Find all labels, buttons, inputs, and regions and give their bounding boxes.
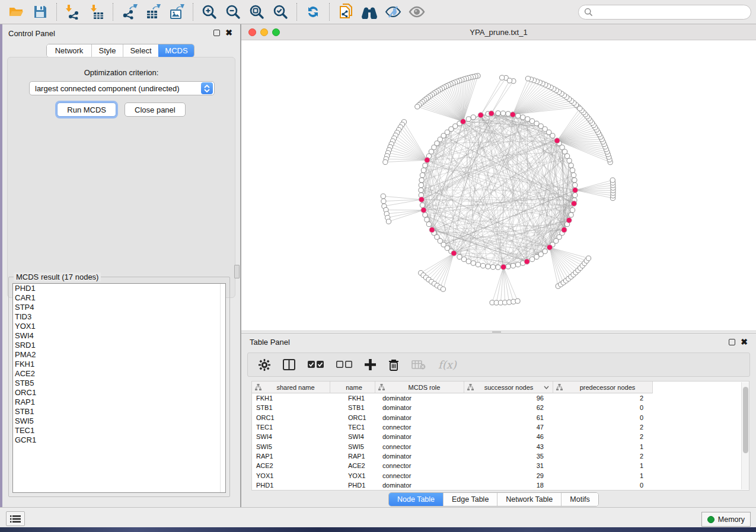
open-session-button[interactable] — [5, 2, 28, 22]
tab-node-table[interactable]: Node Table — [389, 493, 443, 506]
ring-node[interactable] — [567, 158, 572, 163]
mcds-result-item[interactable]: STP4 — [13, 303, 225, 312]
float-panel-icon[interactable] — [213, 30, 220, 36]
ring-node[interactable] — [461, 257, 466, 261]
ring-node[interactable] — [426, 222, 431, 226]
float-panel-icon[interactable] — [729, 339, 735, 345]
task-history-button[interactable] — [6, 511, 25, 526]
delete-column-button[interactable] — [388, 359, 399, 371]
ring-node[interactable] — [550, 133, 555, 138]
leaf-node[interactable] — [415, 104, 420, 109]
ring-node[interactable] — [457, 254, 462, 259]
mcds-result-item[interactable]: PMA2 — [13, 350, 225, 360]
ring-node[interactable] — [560, 145, 564, 150]
mcds-hub-node[interactable] — [451, 251, 457, 256]
mcds-hub-node[interactable] — [425, 158, 430, 163]
column-header-MCDS-role[interactable]: MCDS role — [375, 382, 464, 393]
table-row[interactable]: RAP1RAP1dominator352 — [252, 451, 749, 461]
leaf-node[interactable] — [386, 219, 391, 224]
ring-node[interactable] — [569, 163, 573, 168]
clone-network-button[interactable] — [334, 2, 358, 22]
mcds-hub-node[interactable] — [566, 217, 572, 223]
mcds-result-item[interactable]: ORC1 — [13, 388, 225, 398]
table-row[interactable]: SWI5SWI5connector431 — [252, 441, 749, 451]
ring-node[interactable] — [423, 213, 428, 217]
ring-node[interactable] — [481, 263, 486, 268]
mcds-result-item[interactable]: SWI4 — [13, 331, 225, 341]
network-search-box[interactable] — [578, 5, 751, 20]
leaf-node[interactable] — [515, 299, 520, 303]
mcds-hub-node[interactable] — [500, 264, 506, 270]
table-row[interactable]: ORC1ORC1dominator610 — [252, 413, 749, 422]
leaf-node[interactable] — [381, 194, 385, 198]
ring-node[interactable] — [516, 262, 521, 267]
mcds-hub-node[interactable] — [429, 227, 435, 232]
run-mcds-button[interactable]: Run MCDS — [57, 102, 116, 117]
add-column-button[interactable] — [365, 359, 376, 370]
ring-node[interactable] — [534, 254, 539, 259]
mcds-hub-node[interactable] — [489, 111, 494, 116]
tab-mcds[interactable]: MCDS — [158, 44, 194, 57]
toggle-visual-properties-button[interactable] — [381, 2, 405, 22]
table-row[interactable]: ACE2ACE2connector311 — [252, 461, 749, 470]
ring-node[interactable] — [423, 163, 428, 168]
network-view-titlebar[interactable]: YPA_prune.txt_1 — [241, 24, 756, 40]
close-panel-icon[interactable]: ✖ — [225, 30, 232, 36]
tab-style[interactable]: Style — [91, 44, 123, 57]
leaf-node[interactable] — [500, 75, 505, 80]
mcds-result-item[interactable]: PHD1 — [13, 284, 225, 293]
mcds-hub-node[interactable] — [562, 227, 567, 232]
mcds-result-item[interactable]: ACE2 — [13, 369, 225, 379]
tab-network-table[interactable]: Network Table — [497, 493, 561, 506]
ring-node[interactable] — [529, 118, 534, 123]
mcds-hub-node[interactable] — [572, 187, 578, 193]
export-table-button[interactable] — [141, 2, 165, 22]
ring-node[interactable] — [525, 117, 530, 121]
optimization-criterion-select[interactable]: largest connected component (undirected) — [29, 81, 215, 95]
table-row[interactable]: TEC1TEC1connector472 — [252, 422, 749, 432]
zoom-selected-button[interactable] — [269, 2, 292, 22]
vertical-splitter-grip[interactable] — [234, 265, 240, 278]
export-network-button[interactable] — [117, 2, 141, 22]
table-row[interactable]: YOX1YOX1connector291 — [252, 470, 749, 480]
search-network-button[interactable] — [358, 2, 381, 22]
ring-node[interactable] — [569, 213, 573, 217]
ring-node[interactable] — [496, 265, 500, 270]
ring-node[interactable] — [420, 173, 425, 178]
leaf-node[interactable] — [507, 78, 512, 83]
mcds-result-item[interactable]: STB1 — [13, 407, 225, 416]
ring-node[interactable] — [500, 111, 505, 116]
ring-node[interactable] — [573, 182, 578, 187]
ring-node[interactable] — [506, 264, 511, 269]
mcds-result-item[interactable]: RAP1 — [13, 398, 225, 407]
network-canvas[interactable] — [241, 40, 756, 331]
table-row[interactable]: PHD1PHD1dominator180 — [252, 480, 749, 490]
ring-node[interactable] — [538, 252, 543, 257]
import-network-button[interactable] — [61, 2, 85, 22]
mcds-result-item[interactable]: CAR1 — [13, 293, 225, 303]
import-table-button[interactable] — [85, 2, 109, 22]
deselect-all-button[interactable] — [336, 361, 352, 368]
column-header-successor-nodes[interactable]: successor nodes — [464, 382, 553, 393]
mcds-result-item[interactable]: SRD1 — [13, 341, 225, 350]
leaf-node[interactable] — [381, 198, 386, 203]
leaf-node[interactable] — [383, 159, 388, 164]
export-image-button[interactable] — [165, 2, 189, 22]
mcds-result-item[interactable]: STB5 — [13, 379, 225, 388]
ring-node[interactable] — [534, 121, 539, 126]
table-row[interactable]: SWI4SWI4dominator462 — [252, 432, 749, 441]
mcds-result-item[interactable]: TEC1 — [13, 426, 225, 435]
ring-node[interactable] — [453, 124, 458, 129]
close-panel-icon[interactable]: ✖ — [741, 339, 748, 345]
leaf-node[interactable] — [586, 256, 591, 261]
mcds-hub-node[interactable] — [571, 201, 576, 206]
show-columns-button[interactable] — [283, 359, 295, 370]
list-scrollbar-track[interactable] — [220, 284, 225, 492]
ring-node[interactable] — [466, 259, 471, 264]
ring-node[interactable] — [466, 117, 471, 121]
column-header-shared-name[interactable]: shared name — [252, 382, 330, 393]
ring-node[interactable] — [429, 149, 433, 154]
table-row[interactable]: FKH1FKH1dominator962 — [252, 393, 749, 403]
ring-node[interactable] — [521, 115, 525, 120]
mcds-hub-node[interactable] — [510, 112, 515, 117]
